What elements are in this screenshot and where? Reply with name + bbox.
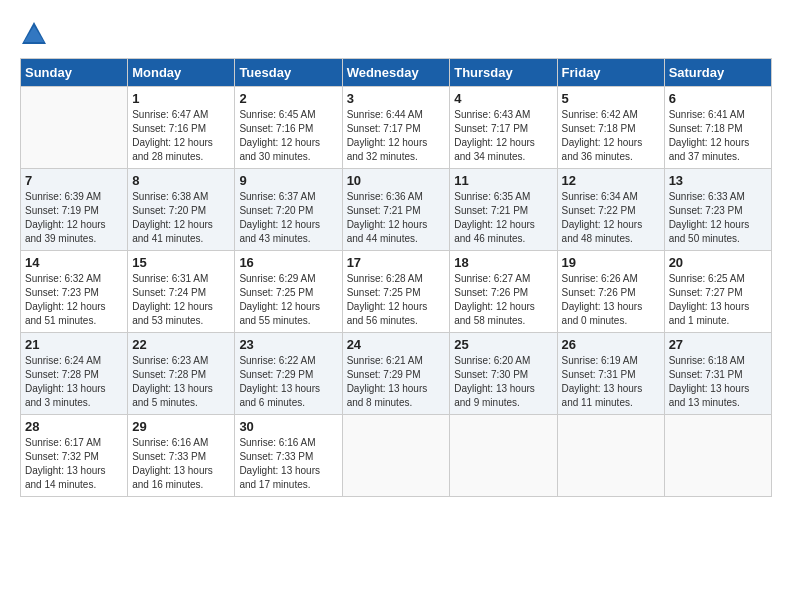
calendar-cell: 23Sunrise: 6:22 AM Sunset: 7:29 PM Dayli… [235, 333, 342, 415]
day-number: 20 [669, 255, 767, 270]
day-number: 8 [132, 173, 230, 188]
day-number: 24 [347, 337, 446, 352]
calendar-cell: 16Sunrise: 6:29 AM Sunset: 7:25 PM Dayli… [235, 251, 342, 333]
calendar-cell [450, 415, 557, 497]
weekday-header: Friday [557, 59, 664, 87]
svg-marker-1 [24, 26, 44, 42]
calendar-cell: 1Sunrise: 6:47 AM Sunset: 7:16 PM Daylig… [128, 87, 235, 169]
day-number: 22 [132, 337, 230, 352]
day-info: Sunrise: 6:29 AM Sunset: 7:25 PM Dayligh… [239, 272, 337, 328]
calendar-cell: 2Sunrise: 6:45 AM Sunset: 7:16 PM Daylig… [235, 87, 342, 169]
weekday-header: Saturday [664, 59, 771, 87]
calendar-cell: 10Sunrise: 6:36 AM Sunset: 7:21 PM Dayli… [342, 169, 450, 251]
day-info: Sunrise: 6:47 AM Sunset: 7:16 PM Dayligh… [132, 108, 230, 164]
calendar-cell: 13Sunrise: 6:33 AM Sunset: 7:23 PM Dayli… [664, 169, 771, 251]
calendar-cell [557, 415, 664, 497]
day-number: 12 [562, 173, 660, 188]
logo-icon [20, 20, 48, 48]
calendar-cell: 30Sunrise: 6:16 AM Sunset: 7:33 PM Dayli… [235, 415, 342, 497]
weekday-header: Sunday [21, 59, 128, 87]
calendar-week-row: 7Sunrise: 6:39 AM Sunset: 7:19 PM Daylig… [21, 169, 772, 251]
calendar-cell: 12Sunrise: 6:34 AM Sunset: 7:22 PM Dayli… [557, 169, 664, 251]
day-number: 6 [669, 91, 767, 106]
calendar-week-row: 28Sunrise: 6:17 AM Sunset: 7:32 PM Dayli… [21, 415, 772, 497]
calendar-cell: 20Sunrise: 6:25 AM Sunset: 7:27 PM Dayli… [664, 251, 771, 333]
day-number: 13 [669, 173, 767, 188]
day-info: Sunrise: 6:37 AM Sunset: 7:20 PM Dayligh… [239, 190, 337, 246]
day-number: 1 [132, 91, 230, 106]
day-info: Sunrise: 6:31 AM Sunset: 7:24 PM Dayligh… [132, 272, 230, 328]
calendar-week-row: 14Sunrise: 6:32 AM Sunset: 7:23 PM Dayli… [21, 251, 772, 333]
day-info: Sunrise: 6:35 AM Sunset: 7:21 PM Dayligh… [454, 190, 552, 246]
calendar-cell: 11Sunrise: 6:35 AM Sunset: 7:21 PM Dayli… [450, 169, 557, 251]
day-info: Sunrise: 6:21 AM Sunset: 7:29 PM Dayligh… [347, 354, 446, 410]
calendar-cell: 7Sunrise: 6:39 AM Sunset: 7:19 PM Daylig… [21, 169, 128, 251]
day-info: Sunrise: 6:33 AM Sunset: 7:23 PM Dayligh… [669, 190, 767, 246]
day-info: Sunrise: 6:24 AM Sunset: 7:28 PM Dayligh… [25, 354, 123, 410]
day-number: 3 [347, 91, 446, 106]
day-number: 23 [239, 337, 337, 352]
calendar-cell: 24Sunrise: 6:21 AM Sunset: 7:29 PM Dayli… [342, 333, 450, 415]
day-info: Sunrise: 6:23 AM Sunset: 7:28 PM Dayligh… [132, 354, 230, 410]
day-info: Sunrise: 6:19 AM Sunset: 7:31 PM Dayligh… [562, 354, 660, 410]
day-number: 15 [132, 255, 230, 270]
calendar-week-row: 1Sunrise: 6:47 AM Sunset: 7:16 PM Daylig… [21, 87, 772, 169]
day-number: 26 [562, 337, 660, 352]
day-info: Sunrise: 6:38 AM Sunset: 7:20 PM Dayligh… [132, 190, 230, 246]
day-info: Sunrise: 6:20 AM Sunset: 7:30 PM Dayligh… [454, 354, 552, 410]
calendar-week-row: 21Sunrise: 6:24 AM Sunset: 7:28 PM Dayli… [21, 333, 772, 415]
weekday-header: Thursday [450, 59, 557, 87]
calendar-cell: 6Sunrise: 6:41 AM Sunset: 7:18 PM Daylig… [664, 87, 771, 169]
weekday-header: Monday [128, 59, 235, 87]
calendar-cell: 15Sunrise: 6:31 AM Sunset: 7:24 PM Dayli… [128, 251, 235, 333]
weekday-header: Tuesday [235, 59, 342, 87]
calendar-cell: 18Sunrise: 6:27 AM Sunset: 7:26 PM Dayli… [450, 251, 557, 333]
calendar-cell: 9Sunrise: 6:37 AM Sunset: 7:20 PM Daylig… [235, 169, 342, 251]
day-info: Sunrise: 6:26 AM Sunset: 7:26 PM Dayligh… [562, 272, 660, 328]
calendar-cell: 17Sunrise: 6:28 AM Sunset: 7:25 PM Dayli… [342, 251, 450, 333]
day-info: Sunrise: 6:41 AM Sunset: 7:18 PM Dayligh… [669, 108, 767, 164]
calendar-cell: 8Sunrise: 6:38 AM Sunset: 7:20 PM Daylig… [128, 169, 235, 251]
day-number: 21 [25, 337, 123, 352]
day-number: 27 [669, 337, 767, 352]
day-info: Sunrise: 6:25 AM Sunset: 7:27 PM Dayligh… [669, 272, 767, 328]
calendar-cell: 27Sunrise: 6:18 AM Sunset: 7:31 PM Dayli… [664, 333, 771, 415]
day-info: Sunrise: 6:34 AM Sunset: 7:22 PM Dayligh… [562, 190, 660, 246]
calendar-cell: 25Sunrise: 6:20 AM Sunset: 7:30 PM Dayli… [450, 333, 557, 415]
day-info: Sunrise: 6:16 AM Sunset: 7:33 PM Dayligh… [239, 436, 337, 492]
calendar-cell: 5Sunrise: 6:42 AM Sunset: 7:18 PM Daylig… [557, 87, 664, 169]
logo [20, 20, 52, 48]
calendar-cell: 3Sunrise: 6:44 AM Sunset: 7:17 PM Daylig… [342, 87, 450, 169]
day-info: Sunrise: 6:42 AM Sunset: 7:18 PM Dayligh… [562, 108, 660, 164]
weekday-header-row: SundayMondayTuesdayWednesdayThursdayFrid… [21, 59, 772, 87]
calendar-cell [342, 415, 450, 497]
day-info: Sunrise: 6:45 AM Sunset: 7:16 PM Dayligh… [239, 108, 337, 164]
day-number: 14 [25, 255, 123, 270]
calendar-cell: 29Sunrise: 6:16 AM Sunset: 7:33 PM Dayli… [128, 415, 235, 497]
day-number: 25 [454, 337, 552, 352]
day-number: 10 [347, 173, 446, 188]
day-number: 18 [454, 255, 552, 270]
day-number: 5 [562, 91, 660, 106]
day-info: Sunrise: 6:39 AM Sunset: 7:19 PM Dayligh… [25, 190, 123, 246]
calendar-cell [664, 415, 771, 497]
day-info: Sunrise: 6:22 AM Sunset: 7:29 PM Dayligh… [239, 354, 337, 410]
day-info: Sunrise: 6:28 AM Sunset: 7:25 PM Dayligh… [347, 272, 446, 328]
day-info: Sunrise: 6:44 AM Sunset: 7:17 PM Dayligh… [347, 108, 446, 164]
day-number: 19 [562, 255, 660, 270]
day-number: 4 [454, 91, 552, 106]
calendar-cell: 21Sunrise: 6:24 AM Sunset: 7:28 PM Dayli… [21, 333, 128, 415]
day-info: Sunrise: 6:18 AM Sunset: 7:31 PM Dayligh… [669, 354, 767, 410]
calendar-cell: 19Sunrise: 6:26 AM Sunset: 7:26 PM Dayli… [557, 251, 664, 333]
day-info: Sunrise: 6:16 AM Sunset: 7:33 PM Dayligh… [132, 436, 230, 492]
day-number: 29 [132, 419, 230, 434]
day-number: 2 [239, 91, 337, 106]
calendar-cell: 4Sunrise: 6:43 AM Sunset: 7:17 PM Daylig… [450, 87, 557, 169]
calendar-cell: 22Sunrise: 6:23 AM Sunset: 7:28 PM Dayli… [128, 333, 235, 415]
day-number: 9 [239, 173, 337, 188]
day-number: 16 [239, 255, 337, 270]
page-header [20, 20, 772, 48]
day-info: Sunrise: 6:36 AM Sunset: 7:21 PM Dayligh… [347, 190, 446, 246]
day-info: Sunrise: 6:32 AM Sunset: 7:23 PM Dayligh… [25, 272, 123, 328]
calendar-cell: 14Sunrise: 6:32 AM Sunset: 7:23 PM Dayli… [21, 251, 128, 333]
